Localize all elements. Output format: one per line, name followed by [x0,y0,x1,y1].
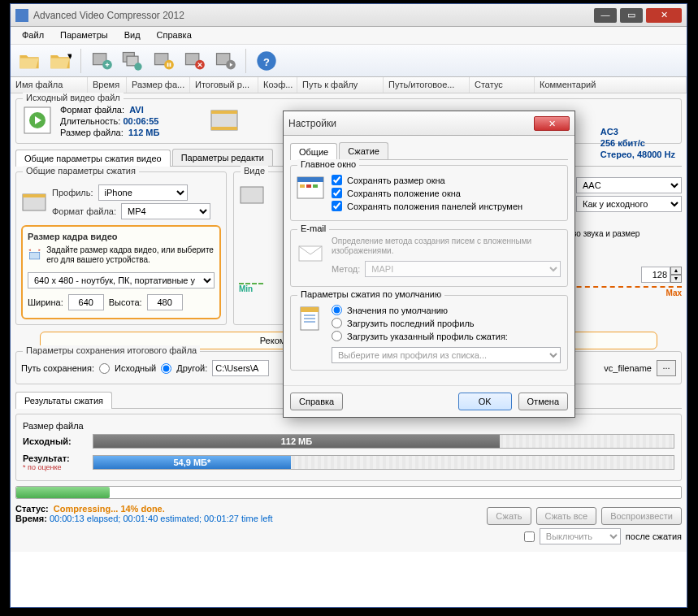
browse-button[interactable]: ... [657,360,676,376]
stop-button-tb[interactable] [180,47,208,75]
source-format: AVI [129,105,144,115]
results-panel: Размер файла Исходный: 112 МБ Результат:… [15,414,682,481]
video-codec-icon [239,182,265,208]
svg-rect-28 [306,184,311,188]
source-size-bar: 112 МБ [93,435,500,448]
compression-group: Общие параметры сжатия Профиль: iPhone Ф… [15,171,227,325]
dialog-tab-general[interactable]: Общие [290,143,337,160]
open-file-button[interactable] [15,47,43,75]
svg-rect-22 [23,194,46,197]
window-icon [296,174,325,203]
dialog-close-button[interactable]: ✕ [534,116,570,131]
shutdown-select[interactable]: Выключить [540,528,621,544]
save-toolbars-checkbox[interactable] [332,201,342,211]
col-size[interactable]: Размер фа... [127,77,190,93]
audio-mode-select[interactable]: Как у исходного [576,196,682,212]
svg-point-7 [164,59,174,69]
svg-point-5 [134,63,141,70]
dialog-title: Настройки [288,118,534,129]
default-values-radio[interactable] [332,305,342,315]
menubar: Файл Параметры Вид Справка [11,27,687,45]
profile-select[interactable]: iPhone [98,184,188,201]
status-text: Compressing... 14% done. [54,504,165,514]
svg-rect-19 [211,111,237,114]
col-ratio[interactable]: Коэф... [258,77,297,93]
save-pos-checkbox[interactable] [332,188,342,198]
tab-compression[interactable]: Общие параметры сжатия видео [15,150,171,167]
shutdown-checkbox[interactable] [524,531,535,542]
save-source-radio[interactable]: Исходный [99,363,156,374]
frame-size-group: Размер кадра видео Задайте размер кадра … [21,225,221,319]
profile-name-select[interactable]: Выберите имя профиля из списка... [332,347,561,363]
source-duration: 00:06:55 [123,116,158,126]
compress-button-tb[interactable] [88,47,115,75]
tab-results[interactable]: Результаты сжатия [15,392,112,409]
audio-group: AAC Как у исходного /с ество звука и раз… [560,171,682,330]
col-filename[interactable]: Имя файла [11,77,88,93]
svg-rect-9 [170,63,171,67]
compress-all-button-tb[interactable] [119,47,146,75]
app-icon [15,9,28,22]
save-path-input[interactable] [212,360,269,376]
compress-button[interactable]: Сжать [487,507,531,525]
last-profile-radio[interactable] [332,318,342,328]
col-status[interactable]: Статус [470,77,535,93]
save-other-radio[interactable]: Другой: [161,363,207,374]
email-method-select: MAPI [365,261,561,277]
tab-editor[interactable]: Параметры редакти [172,149,273,166]
titlebar[interactable]: Advanced Video Compressor 2012 — ▭ ✕ [11,4,687,27]
dialog-help-button[interactable]: Справка [290,393,343,410]
svg-text:?: ? [263,55,270,67]
menu-help[interactable]: Справка [149,27,200,44]
svg-text:▾: ▾ [67,50,72,62]
resize-icon [28,244,41,267]
compress-all-button[interactable]: Сжать все [536,507,597,525]
dialog-cancel-button[interactable]: Отмена [518,393,568,410]
save-size-checkbox[interactable] [332,175,342,185]
menu-view[interactable]: Вид [116,27,149,44]
open-folder-button[interactable]: ▾ [46,47,74,75]
dialog-tab-compress[interactable]: Сжатие [339,142,388,159]
maximize-button[interactable]: ▭ [620,8,643,23]
play-button-tb[interactable] [211,47,239,75]
height-input[interactable] [147,294,183,310]
svg-rect-24 [241,187,263,203]
pause-button-tb[interactable] [150,47,177,75]
time-text: 00:00:13 elapsed; 00:01:40 estimated; 00… [50,514,273,523]
quality-spinner[interactable]: ▲▼ [641,267,682,283]
width-input[interactable] [68,294,104,310]
col-comment[interactable]: Комментарий [535,77,687,93]
col-outpath[interactable]: Путь/итоговое... [384,77,470,93]
svg-rect-23 [29,252,39,259]
result-size-bar: 54,9 МБ* [93,456,291,469]
source-size: 112 МБ [128,128,159,137]
column-headers: Имя файла Время Размер фа... Итоговый р.… [11,77,687,93]
minimize-button[interactable]: — [594,8,617,23]
help-button-tb[interactable]: ? [253,47,280,75]
profile-icon [21,189,47,215]
audio-info: AC3 256 кбит/с Стерео, 48000 Hz [600,126,675,160]
format-select[interactable]: MP4 [121,203,210,219]
specified-profile-radio[interactable] [332,331,342,341]
menu-params[interactable]: Параметры [52,27,116,44]
col-result[interactable]: Итоговый р... [190,77,258,93]
email-fieldset: E-mail Определение метода создания писем… [290,229,568,287]
dialog-ok-button[interactable]: OK [458,393,512,410]
close-button[interactable]: ✕ [646,8,682,23]
col-path[interactable]: Путь к файлу [297,77,384,93]
svg-rect-26 [297,177,323,182]
dialog-titlebar[interactable]: Настройки ✕ [284,111,574,136]
play-button[interactable]: Воспроизвести [601,507,682,525]
app-title: Advanced Video Compressor 2012 [33,10,594,21]
svg-rect-8 [167,63,169,67]
col-time[interactable]: Время [88,77,127,93]
defaults-fieldset: Параметры сжатия по умолчанию Значения п… [290,295,568,371]
menu-file[interactable]: Файл [14,27,52,44]
settings-dialog: Настройки ✕ Общие Сжатие Главное окно Со… [283,111,575,418]
frame-preset-select[interactable]: 640 x 480 - ноутбук, ПК, портативные у [28,272,215,288]
source-group-title: Исходный видео файл [23,93,124,102]
progress-bar [15,486,682,499]
svg-rect-20 [211,127,237,130]
audio-codec-select[interactable]: AAC [576,177,682,193]
svg-rect-27 [300,184,305,188]
